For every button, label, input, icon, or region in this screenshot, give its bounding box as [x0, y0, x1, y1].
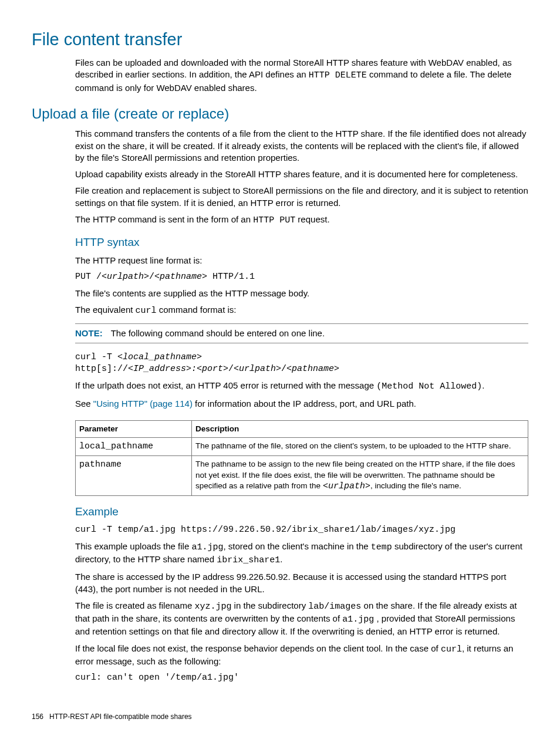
text: The file is created as filename [75, 600, 194, 610]
body-paragraph: Upload capability exists already in the … [75, 168, 528, 180]
table-row: pathname The pathname to be assign to th… [76, 456, 528, 496]
inline-code: curl [136, 306, 157, 316]
body-paragraph: See "Using HTTP" (page 114) for informat… [75, 398, 528, 410]
body-paragraph: The equivalent curl command format is: [75, 304, 528, 317]
text: . [482, 380, 484, 390]
table-cell-parameter: local_pathname [76, 438, 192, 456]
table-header: Description [192, 420, 528, 437]
code-text: PUT / [75, 272, 102, 282]
inline-code: HTTP PUT [253, 215, 295, 225]
text: , stored on the client's machine in the [223, 541, 370, 551]
inline-code: (Method Not Allowed) [376, 382, 482, 391]
code-placeholder: <urlpath> [102, 272, 149, 282]
body-paragraph: This command transfers the contents of a… [75, 128, 528, 164]
cross-reference-link[interactable]: "Using HTTP" (page 114) [93, 399, 193, 409]
text: , including the file's name. [370, 481, 461, 490]
body-paragraph: The HTTP request line format is: [75, 255, 528, 266]
body-paragraph: This example uploads the file a1.jpg, st… [75, 541, 528, 567]
heading-example: Example [75, 504, 528, 519]
code-placeholder: <pathname> [154, 272, 207, 282]
code-placeholder: <IP_address>:<port> [128, 364, 228, 374]
table-cell-parameter: pathname [76, 456, 192, 496]
note-label: NOTE: [75, 328, 103, 338]
inline-code: a1.jpg [342, 615, 374, 625]
body-paragraph: File creation and replacement is subject… [75, 185, 528, 209]
inline-code: xyz.jpg [194, 602, 231, 612]
text: in the subdirectory [231, 600, 308, 610]
text: See [75, 399, 93, 409]
text: command format is: [157, 305, 237, 315]
table-row: local_pathname The pathname of the file,… [76, 438, 528, 456]
code-text: / [149, 272, 154, 282]
heading-http-syntax: HTTP syntax [75, 235, 528, 250]
heading-file-content-transfer: File content transfer [32, 28, 528, 51]
note-callout: NOTE:The following command should be ent… [75, 323, 528, 343]
inline-code: <urlpath> [323, 481, 370, 491]
text: request. [295, 214, 329, 224]
inline-code: lab/images [308, 602, 361, 612]
text: This example uploads the file [75, 541, 191, 551]
code-placeholder: <urlpath> [234, 364, 281, 374]
table-header: Parameter [76, 420, 192, 437]
inline-code: HTTP DELETE [309, 70, 367, 80]
code-block-error: curl: can't open '/temp/a1.jpg' [75, 672, 528, 684]
inline-code: a1.jpg [191, 542, 223, 552]
text: If the urlpath does not exist, an HTTP 4… [75, 380, 376, 390]
code-placeholder: <pathname> [286, 364, 339, 374]
text: The HTTP command is sent in the form of … [75, 214, 253, 224]
inline-code: curl [441, 644, 462, 654]
code-placeholder: <local_pathname> [117, 352, 202, 362]
text: . [280, 554, 282, 564]
body-paragraph: The file is created as filename xyz.jpg … [75, 600, 528, 638]
body-paragraph: The share is accessed by the IP address … [75, 571, 528, 595]
heading-upload-a-file: Upload a file (create or replace) [32, 104, 528, 123]
table-cell-description: The pathname of the file, stored on the … [192, 438, 528, 456]
code-block-example: curl -T temp/a1.jpg https://99.226.50.92… [75, 524, 528, 536]
text: for information about the IP address, po… [193, 399, 416, 409]
code-text: http[s]:// [75, 364, 128, 374]
parameter-table: Parameter Description local_pathname The… [75, 420, 528, 496]
body-paragraph: The file's contents are supplied as the … [75, 288, 528, 299]
code-block-put: PUT /<urlpath>/<pathname> HTTP/1.1 [75, 271, 528, 283]
intro-paragraph: Files can be uploaded and downloaded wit… [75, 57, 528, 94]
code-text: / [281, 364, 286, 374]
code-text: curl -T [75, 352, 117, 362]
code-text: / [228, 364, 234, 374]
table-header-row: Parameter Description [76, 420, 528, 437]
code-text: HTTP/1.1 [207, 272, 255, 282]
text: The equivalent [75, 305, 136, 315]
inline-code: ibrix_share1 [217, 555, 280, 565]
body-paragraph: The HTTP command is sent in the form of … [75, 214, 528, 227]
body-paragraph: If the local file does not exist, the re… [75, 643, 528, 668]
code-block-curl: curl -T <local_pathname> http[s]://<IP_a… [75, 352, 528, 376]
inline-code: temp [371, 542, 392, 552]
text: If the local file does not exist, the re… [75, 643, 441, 653]
table-cell-description: The pathname to be assign to the new fil… [192, 456, 528, 496]
note-text: The following command should be entered … [111, 328, 325, 338]
body-paragraph: If the urlpath does not exist, an HTTP 4… [75, 380, 528, 393]
